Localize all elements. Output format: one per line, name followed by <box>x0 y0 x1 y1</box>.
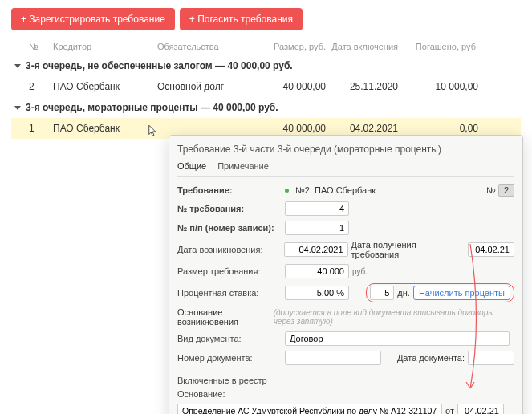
chevron-down-icon <box>14 106 21 110</box>
tab-note[interactable]: Примечание <box>217 160 269 167</box>
table-header: № Кредитор Обязательства Размер, руб. Да… <box>11 39 521 55</box>
col-num: № <box>29 42 53 51</box>
col-paid: Погашено, руб. <box>398 42 478 51</box>
requirement-modal: Требование 3-й части 3-й очереди (морато… <box>169 135 523 167</box>
group-row-1[interactable]: 3-я очередь, не обеспеченные залогом — 4… <box>11 55 521 76</box>
chevron-down-icon <box>14 64 21 68</box>
tab-general[interactable]: Общие <box>177 160 206 167</box>
register-requirement-button[interactable]: + Зарегистрировать требование <box>11 8 175 30</box>
col-creditor: Кредитор <box>53 42 157 51</box>
group-row-2[interactable]: 3-я очередь, мораторные проценты — 40 00… <box>11 97 521 118</box>
col-obligation: Обязательства <box>157 42 254 51</box>
col-amount: Размер, руб. <box>254 42 326 51</box>
modal-tabs: Общие Примечание <box>177 160 514 167</box>
cursor-icon <box>148 124 159 139</box>
payoff-requirements-button[interactable]: + Погасить требования <box>180 8 303 30</box>
col-date: Дата включения <box>326 42 398 51</box>
table-row[interactable]: 2 ПАО Сбербанк Основной долг 40 000,00 2… <box>11 76 521 97</box>
modal-title: Требование 3-й части 3-й очереди (морато… <box>177 142 514 160</box>
